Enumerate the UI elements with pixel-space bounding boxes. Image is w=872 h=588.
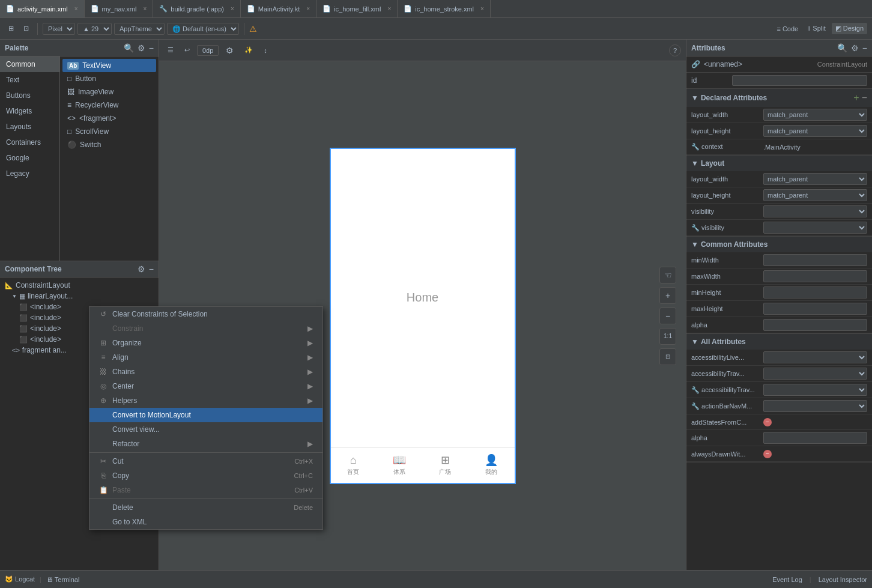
common-maxwidth-input[interactable] [763,270,867,282]
undo-constraint-button[interactable]: ↩ [181,44,193,56]
nav-item-guangchang[interactable]: ⊞ 广场 [439,453,451,476]
tab-close-ic-home-stroke[interactable]: × [480,5,484,12]
palette-item-button[interactable]: □ Button [62,72,156,85]
common-minwidth-input[interactable] [763,254,867,266]
attributes-search-icon[interactable]: 🔍 [837,43,847,53]
zoom-in-button[interactable]: + [659,287,676,304]
palette-item-switch[interactable]: ⚫ Switch [62,138,156,151]
tree-settings-icon[interactable]: ⚙ [138,264,145,274]
tab-close-build-gradle[interactable]: × [231,5,234,12]
declared-minus-button[interactable]: − [862,92,867,103]
tab-close-my-nav[interactable]: × [143,5,147,12]
palette-item-textview[interactable]: Ab TextView [62,59,156,72]
magic-wand-button[interactable]: ✨ [241,44,256,56]
tree-item-constraint-layout[interactable]: 📐 ConstraintLayout [2,280,156,291]
select-button[interactable]: ⊡ [20,23,32,34]
layout-inspector-button[interactable]: Layout Inspector [819,576,867,583]
all-accessibility-trav-2-select[interactable] [763,384,867,396]
menu-item-go-to-xml[interactable]: Go to XML [89,515,322,529]
tab-close-activity-main[interactable]: × [74,5,78,12]
terminal-button[interactable]: 🖥 Terminal [46,576,79,583]
all-attributes-header[interactable]: ▼ All Attributes [686,334,872,350]
design-view-button[interactable]: ◩ Design [832,23,867,34]
declared-layout-height-select[interactable]: match_parent [763,125,867,137]
tree-item-linear-layout[interactable]: ▼ ▦ linearLayout... [10,291,156,302]
palette-category-text[interactable]: Text [0,72,59,88]
declared-attributes-header[interactable]: ▼ Declared Attributes + − [686,89,872,107]
menu-item-copy[interactable]: ⎘ Copy Ctrl+C [89,468,322,483]
nav-item-tixie[interactable]: 📖 体系 [393,453,406,476]
palette-item-fragment[interactable]: <> <fragment> [62,112,156,125]
add-constraint-button[interactable]: ⚙ [222,44,237,57]
tab-close-mainactivity[interactable]: × [306,5,310,12]
layout-height-select[interactable]: match_parent [763,189,867,201]
layout-width-select[interactable]: match_parent [763,173,867,185]
layout-section-header[interactable]: ▼ Layout [686,156,872,171]
locale-select[interactable]: 🌐 Default (en-us) [167,23,239,35]
tab-ic-home-fill[interactable]: 📄 ic_home_fill.xml × [316,0,398,17]
nav-item-wode[interactable]: 👤 我的 [485,453,498,476]
expand-button[interactable]: ↕ [260,45,271,56]
menu-item-convert-motion[interactable]: Convert to MotionLayout [89,408,322,422]
dp-value-button[interactable]: 0dp [197,45,219,56]
zoom-out-button[interactable]: − [659,308,676,324]
help-button[interactable]: ? [669,44,681,56]
palette-search-icon[interactable]: 🔍 [124,43,134,53]
palette-category-legacy[interactable]: Legacy [0,166,59,181]
declared-add-button[interactable]: + [853,92,859,103]
tab-ic-home-stroke[interactable]: 📄 ic_home_stroke.xml × [398,0,491,17]
palette-category-layouts[interactable]: Layouts [0,119,59,135]
palette-category-google[interactable]: Google [0,150,59,166]
menu-item-organize[interactable]: ⊞ Organize ▶ [89,336,322,350]
split-view-button[interactable]: ⫴ Split [804,23,829,34]
common-attributes-header[interactable]: ▼ Common Attributes [686,237,872,252]
all-alpha-input[interactable] [763,432,867,444]
menu-item-chains[interactable]: ⛓ Chains ▶ [89,365,322,379]
menu-item-refactor[interactable]: Refactor ▶ [89,437,322,451]
fit-screen-button[interactable]: 1:1 [659,328,676,345]
palette-category-buttons[interactable]: Buttons [0,88,59,103]
menu-item-center[interactable]: ◎ Center ▶ [89,379,322,393]
addstates-minus-button[interactable]: − [763,418,772,426]
device-select[interactable]: Pixel [43,23,75,35]
menu-item-clear-constraints[interactable]: ↺ Clear Constraints of Selection [89,307,322,321]
attributes-settings-icon[interactable]: ⚙ [851,43,859,53]
attr-id-input[interactable] [732,75,867,86]
tab-mainactivity[interactable]: 📄 MainActivity.kt × [241,0,316,17]
palette-item-scrollview[interactable]: □ ScrollView [62,125,156,138]
layout-visibility-select[interactable] [763,205,867,217]
event-log-button[interactable]: Event Log [772,576,802,583]
palette-minimize-icon[interactable]: − [149,43,154,53]
api-select[interactable]: ▲ 29 [77,23,112,35]
layers-button[interactable]: ⊞ [5,23,17,34]
all-actionbarnav-select[interactable] [763,400,867,412]
common-maxheight-input[interactable] [763,303,867,315]
palette-item-recyclerview[interactable]: ≡ RecyclerView [62,99,156,112]
layout-visibility-wrench-select[interactable] [763,222,867,234]
declared-layout-width-select[interactable]: match_parent [763,109,867,121]
nav-item-home[interactable]: ⌂ 首页 [347,454,359,476]
all-accessibility-trav-1-select[interactable] [763,368,867,380]
tab-close-ic-home-fill[interactable]: × [387,5,391,12]
alwaysdrawn-minus-button[interactable]: − [763,450,772,458]
common-alpha-input[interactable] [763,319,867,331]
hand-tool-button[interactable]: ☰ [164,44,177,56]
palette-category-widgets[interactable]: Widgets [0,103,59,119]
theme-select[interactable]: AppTheme [114,23,165,35]
hand-cursor-button[interactable]: ☜ [659,267,676,283]
tree-minimize-icon[interactable]: − [149,264,154,274]
code-view-button[interactable]: ≡ Code [773,23,802,34]
all-accessibility-live-select[interactable] [763,351,867,363]
palette-settings-icon[interactable]: ⚙ [138,43,145,53]
zoom-fit-button[interactable]: ⊡ [659,348,676,365]
tab-my-nav[interactable]: 📄 my_nav.xml × [85,0,154,17]
tab-activity-main[interactable]: 📄 activity_main.xml × [0,0,85,17]
menu-item-cut[interactable]: ✂ Cut Ctrl+X [89,454,322,468]
logcat-button[interactable]: 🐱 Logcat [5,575,35,583]
palette-category-common[interactable]: Common [0,56,59,72]
palette-item-imageview[interactable]: 🖼 ImageView [62,85,156,99]
palette-category-containers[interactable]: Containers [0,135,59,150]
tab-build-gradle[interactable]: 🔧 build.gradle (:app) × [153,0,241,17]
menu-item-convert-view[interactable]: Convert view... [89,422,322,437]
menu-item-helpers[interactable]: ⊕ Helpers ▶ [89,393,322,408]
